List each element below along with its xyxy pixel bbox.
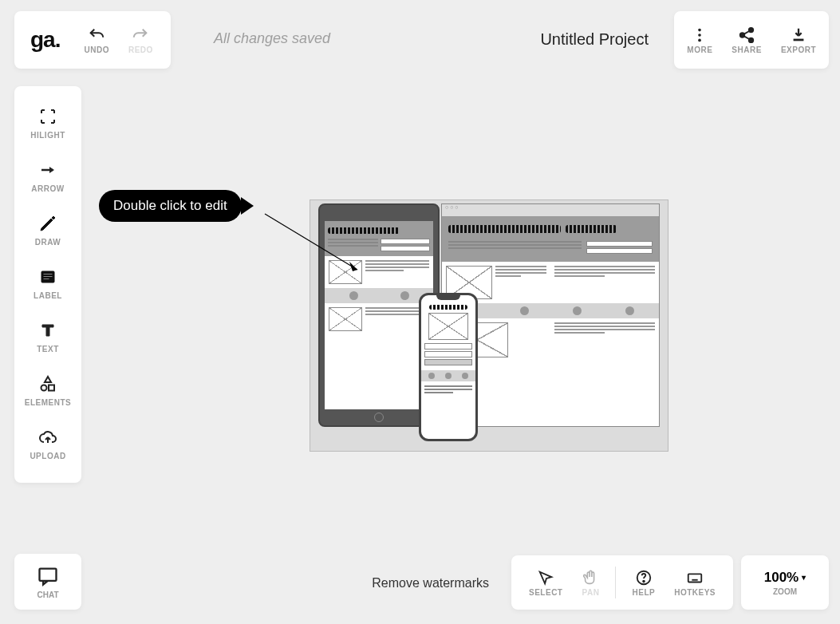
pan-label: PAN — [582, 588, 600, 597]
tool-label: UPLOAD — [30, 452, 65, 460]
more-label: MORE — [687, 45, 712, 54]
hotkeys-label: HOTKEYS — [674, 588, 716, 597]
toolbar-divider — [615, 567, 616, 598]
arrow-icon — [38, 160, 57, 180]
tool-label: LABEL — [34, 291, 62, 300]
tool-hilight[interactable]: HILIGHT — [14, 97, 81, 151]
tool-label[interactable]: LABEL — [14, 258, 81, 311]
svg-point-2 — [699, 38, 702, 41]
zoom-value: 100% — [764, 570, 806, 586]
undo-icon — [88, 26, 105, 44]
tool-label: HILIGHT — [30, 131, 65, 140]
project-title[interactable]: Untitled Project — [540, 30, 649, 49]
tooltip-text: Double click to edit — [99, 190, 242, 222]
share-label: SHARE — [732, 45, 762, 54]
svg-rect-13 — [43, 278, 49, 280]
pencil-icon — [38, 214, 57, 233]
save-status: All changes saved — [214, 30, 330, 47]
svg-point-4 — [740, 33, 745, 38]
help-icon — [635, 569, 653, 586]
remove-watermarks-link[interactable]: Remove watermarks — [372, 576, 489, 590]
svg-point-21 — [643, 580, 645, 582]
pan-tool[interactable]: PAN — [572, 555, 609, 610]
app-logo: ga. — [22, 27, 74, 53]
more-button[interactable]: MORE — [677, 11, 722, 69]
svg-point-1 — [699, 34, 702, 37]
svg-marker-14 — [45, 377, 51, 382]
undo-label: UNDO — [84, 45, 108, 54]
svg-line-18 — [265, 214, 357, 270]
select-label: SELECT — [529, 588, 562, 597]
cloud-upload-icon — [38, 428, 57, 447]
pointer-line — [263, 212, 365, 276]
highlight-icon — [38, 107, 57, 126]
zoom-label: ZOOM — [773, 587, 797, 596]
share-button[interactable]: SHARE — [722, 11, 771, 69]
tool-arrow[interactable]: ARROW — [14, 151, 81, 204]
download-icon — [790, 26, 807, 44]
svg-point-0 — [699, 28, 702, 31]
chat-button[interactable]: CHAT — [14, 554, 81, 610]
svg-rect-11 — [43, 274, 53, 275]
tool-text[interactable]: TEXT — [14, 311, 81, 365]
tool-upload[interactable]: UPLOAD — [14, 418, 81, 472]
svg-point-3 — [749, 27, 754, 32]
svg-rect-16 — [49, 385, 54, 391]
tool-label: TEXT — [37, 345, 59, 353]
hotkeys-button[interactable]: HOTKEYS — [665, 555, 725, 610]
svg-marker-19 — [349, 262, 357, 271]
tools-sidebar: HILIGHT ARROW DRAW LABEL TEXT ELEMENTS U… — [14, 86, 81, 483]
tooltip-arrow-icon — [241, 197, 254, 215]
keyboard-icon — [686, 569, 704, 586]
text-icon — [38, 321, 57, 340]
top-left-toolbar: ga. UNDO REDO — [14, 11, 171, 69]
undo-button[interactable]: UNDO — [74, 11, 118, 69]
tool-label: ELEMENTS — [25, 398, 71, 407]
label-icon — [38, 267, 57, 286]
svg-rect-22 — [688, 574, 702, 582]
svg-rect-8 — [794, 38, 804, 41]
share-icon — [738, 26, 755, 44]
more-icon — [691, 26, 708, 44]
cursor-icon — [537, 569, 554, 586]
select-tool[interactable]: SELECT — [519, 555, 572, 610]
svg-point-5 — [749, 38, 754, 41]
edit-tooltip: Double click to edit — [99, 190, 254, 222]
redo-button[interactable]: REDO — [119, 11, 163, 69]
redo-icon — [132, 26, 149, 44]
export-label: EXPORT — [781, 45, 816, 54]
export-button[interactable]: EXPORT — [771, 11, 826, 69]
phone-mockup — [419, 293, 478, 441]
tool-draw[interactable]: DRAW — [14, 204, 81, 258]
svg-line-6 — [744, 30, 749, 34]
bottom-toolbar: SELECT PAN HELP HOTKEYS — [511, 555, 733, 610]
tool-label: ARROW — [31, 184, 64, 193]
tool-elements[interactable]: ELEMENTS — [14, 365, 81, 418]
shapes-icon — [38, 374, 57, 393]
tool-label: DRAW — [35, 238, 61, 247]
top-right-toolbar: MORE SHARE EXPORT — [674, 11, 829, 69]
help-label: HELP — [632, 588, 655, 597]
chat-icon — [37, 565, 59, 587]
hand-icon — [582, 569, 599, 586]
svg-point-15 — [41, 385, 47, 391]
zoom-control[interactable]: 100% ZOOM — [741, 555, 829, 610]
svg-rect-17 — [40, 568, 57, 580]
svg-rect-12 — [43, 276, 53, 278]
svg-line-7 — [744, 36, 749, 39]
chat-label: CHAT — [37, 590, 58, 599]
redo-label: REDO — [128, 45, 153, 54]
help-button[interactable]: HELP — [622, 555, 665, 610]
